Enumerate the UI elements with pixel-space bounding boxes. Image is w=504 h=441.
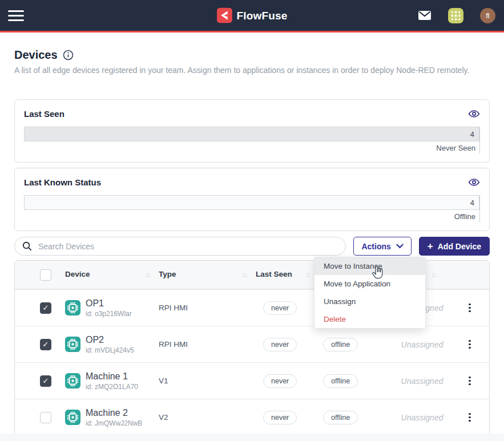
last-seen-panel: Last Seen 4 Never Seen: [14, 99, 490, 163]
last-known-status-chart: 4 Offline: [24, 195, 480, 222]
status-badge: offline: [323, 338, 358, 351]
last-seen-badge: never: [263, 301, 297, 315]
device-type: RPI HMI: [159, 340, 256, 349]
last-seen-bar[interactable]: 4: [24, 127, 479, 141]
sort-icon[interactable]: ↑↓: [145, 271, 150, 279]
last-known-status-bar-value: 4: [470, 199, 474, 207]
device-id: id: o3p216Wlar: [86, 310, 132, 318]
row-checkbox[interactable]: [40, 412, 51, 423]
assignment-label: Unassigned: [389, 377, 455, 386]
add-device-button[interactable]: + Add Device: [419, 237, 490, 256]
brand-logo: FlowFuse: [216, 8, 287, 23]
user-avatar[interactable]: fl: [480, 8, 495, 23]
table-row[interactable]: Machine 2 id: JmQWwJ2NwB V2 never offlin…: [15, 399, 489, 435]
last-seen-bar-value: 4: [470, 130, 474, 139]
team-identicon-avatar[interactable]: [448, 8, 463, 23]
search-icon: [22, 241, 33, 254]
row-checkbox[interactable]: [40, 339, 51, 350]
assignment-label: Unassigned: [389, 340, 455, 349]
kebab-menu-icon[interactable]: [466, 301, 473, 315]
page-title: Devices: [14, 48, 58, 62]
hamburger-menu-icon[interactable]: [8, 10, 24, 21]
menu-item-move-to-instance[interactable]: Move to Instance: [315, 257, 425, 275]
sort-icon[interactable]: ↑↓: [431, 271, 436, 279]
device-name[interactable]: Machine 2: [86, 408, 142, 418]
device-chip-icon: [65, 373, 80, 389]
flowfuse-logo-icon: [216, 8, 232, 23]
table-row[interactable]: Machine 1 id: zMQ2O1LA70 V1 never offlin…: [15, 362, 489, 399]
add-device-label: Add Device: [438, 242, 481, 251]
assignment-label: Unassigned: [389, 413, 455, 422]
row-checkbox[interactable]: [40, 375, 51, 387]
status-badge: offline: [323, 411, 358, 424]
page-bottom-strip: [0, 434, 504, 441]
device-name[interactable]: OP1: [86, 298, 132, 309]
select-all-checkbox[interactable]: [40, 269, 51, 281]
column-header-last-seen: Last Seen: [256, 270, 292, 280]
info-icon[interactable]: [63, 50, 74, 60]
device-chip-icon: [65, 337, 80, 352]
last-known-status-panel: Last Known Status 4 Offline: [14, 168, 490, 231]
plus-icon: +: [428, 241, 433, 252]
last-seen-bar-label: Never Seen: [24, 141, 479, 153]
user-avatar-initials: fl: [486, 11, 490, 20]
brand-name: FlowFuse: [236, 9, 287, 22]
menu-item-delete[interactable]: Delete: [315, 310, 425, 328]
mail-icon[interactable]: [418, 10, 432, 21]
kebab-menu-icon[interactable]: [466, 374, 473, 388]
actions-dropdown-menu: Move to Instance Move to Application Una…: [314, 257, 426, 329]
device-chip-icon: [65, 410, 80, 425]
last-seen-chart: 4 Never Seen: [24, 127, 480, 153]
last-seen-badge: never: [263, 338, 297, 351]
column-header-type: Type: [159, 270, 176, 280]
kebab-menu-icon[interactable]: [466, 338, 473, 351]
menu-item-move-to-application[interactable]: Move to Application: [315, 275, 425, 293]
device-chip-icon: [65, 300, 80, 315]
search-input[interactable]: [14, 237, 346, 256]
eye-icon[interactable]: [468, 108, 480, 120]
device-id: id: mVDLj424v5: [86, 346, 134, 354]
status-badge: offline: [323, 374, 358, 388]
eye-icon[interactable]: [468, 176, 480, 188]
device-type: V1: [159, 377, 256, 385]
kebab-menu-icon[interactable]: [466, 411, 473, 424]
menu-item-unassign[interactable]: Unassign: [315, 293, 425, 310]
device-id: id: zMQ2O1LA70: [86, 383, 138, 391]
device-type: V2: [159, 413, 256, 422]
page-subtitle: A list of all edge devices registered in…: [14, 66, 490, 75]
device-name[interactable]: Machine 1: [86, 371, 138, 382]
last-seen-badge: never: [263, 374, 297, 388]
table-row[interactable]: OP2 id: mVDLj424v5 RPI HMI never offline…: [15, 326, 489, 362]
last-known-status-bar-label: Offline: [24, 210, 479, 222]
chevron-down-icon: [396, 244, 404, 249]
last-seen-badge: never: [263, 411, 297, 424]
row-checkbox[interactable]: [40, 302, 51, 314]
sort-icon[interactable]: ↑↓: [305, 271, 309, 279]
device-id: id: JmQWwJ2NwB: [86, 419, 142, 427]
last-known-status-title: Last Known Status: [24, 177, 101, 187]
top-navbar: FlowFuse fl: [0, 0, 504, 33]
device-name[interactable]: OP2: [86, 335, 134, 345]
actions-button-label: Actions: [361, 242, 390, 251]
actions-button[interactable]: Actions: [353, 237, 411, 256]
column-header-device: Device: [65, 270, 90, 280]
sort-icon[interactable]: ↑↓: [242, 271, 247, 279]
device-type: RPI HMI: [159, 304, 256, 312]
last-seen-title: Last Seen: [24, 109, 64, 119]
last-known-status-bar[interactable]: 4: [24, 195, 479, 210]
